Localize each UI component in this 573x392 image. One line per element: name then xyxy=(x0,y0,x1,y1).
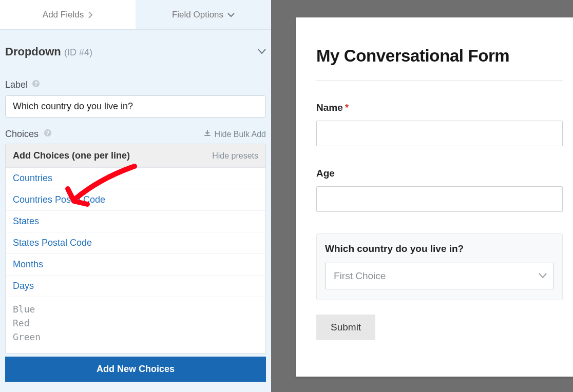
age-label: Age xyxy=(316,168,335,179)
hide-bulk-add-label: Hide Bulk Add xyxy=(214,130,266,139)
tab-field-options-label: Field Options xyxy=(172,10,223,20)
preset-days[interactable]: Days xyxy=(6,276,265,297)
label-row: Label ? xyxy=(5,80,266,90)
choices-title-text: Choices xyxy=(5,129,39,140)
chevron-right-icon xyxy=(88,11,93,18)
field-id-text: (ID #4) xyxy=(64,47,92,57)
preset-countries[interactable]: Countries xyxy=(6,168,265,189)
field-options-panel: Dropdown (ID #4) Label ? Choices ? xyxy=(0,30,271,392)
form-field-country: Which country do you live in? First Choi… xyxy=(316,233,563,300)
form-title: My Conversational Form xyxy=(316,46,563,66)
age-input[interactable] xyxy=(316,186,563,212)
preview-area: My Conversational Form Name * Age Which … xyxy=(271,0,573,392)
builder-sidebar: Add Fields Field Options Dropdown (ID #4… xyxy=(0,0,271,392)
country-dropdown-value: First Choice xyxy=(325,263,554,289)
add-new-choices-button[interactable]: Add New Choices xyxy=(5,357,266,382)
field-section-header[interactable]: Dropdown (ID #4) xyxy=(5,42,266,68)
svg-text:?: ? xyxy=(34,81,38,87)
required-asterisk: * xyxy=(345,102,349,113)
label-title: Label xyxy=(5,80,28,90)
country-dropdown[interactable]: First Choice xyxy=(325,263,554,289)
add-choices-title: Add Choices (one per line) xyxy=(13,150,130,161)
preset-states-postal-code[interactable]: States Postal Code xyxy=(6,232,265,254)
preset-months[interactable]: Months xyxy=(6,254,265,276)
chevron-down-icon xyxy=(539,271,547,281)
preset-countries-postal-code[interactable]: Countries Postal Code xyxy=(6,189,265,211)
help-icon[interactable]: ? xyxy=(32,80,40,90)
tab-add-fields[interactable]: Add Fields xyxy=(0,0,136,29)
tab-add-fields-label: Add Fields xyxy=(43,10,84,20)
help-icon[interactable]: ? xyxy=(44,129,52,140)
hide-bulk-add-button[interactable]: Hide Bulk Add xyxy=(204,130,266,139)
field-type-title: Dropdown xyxy=(5,45,61,58)
tab-field-options[interactable]: Field Options xyxy=(136,0,271,29)
hide-presets-button[interactable]: Hide presets xyxy=(212,151,258,161)
choices-textarea[interactable]: Blue Red Green xyxy=(6,297,265,353)
name-label: Name xyxy=(316,102,343,113)
choices-box: Add Choices (one per line) Hide presets … xyxy=(5,144,266,354)
form-preview-card: My Conversational Form Name * Age Which … xyxy=(296,17,573,377)
download-icon xyxy=(204,130,211,139)
preset-states[interactable]: States xyxy=(6,211,265,232)
form-field-name: Name * xyxy=(316,102,563,146)
name-input[interactable] xyxy=(316,121,563,146)
builder-tabs: Add Fields Field Options xyxy=(0,0,271,30)
svg-text:?: ? xyxy=(46,130,50,136)
submit-button[interactable]: Submit xyxy=(316,315,375,340)
choices-header: Choices ? Hide Bulk Add xyxy=(5,129,266,140)
country-label: Which country do you live in? xyxy=(325,243,464,254)
preset-list: Countries Countries Postal Code States S… xyxy=(6,168,265,297)
chevron-down-icon xyxy=(227,12,235,17)
divider xyxy=(316,80,563,81)
field-label-input[interactable] xyxy=(5,95,266,117)
choices-box-header: Add Choices (one per line) Hide presets xyxy=(6,144,265,168)
chevron-down-icon xyxy=(258,47,266,56)
form-field-age: Age xyxy=(316,168,563,212)
